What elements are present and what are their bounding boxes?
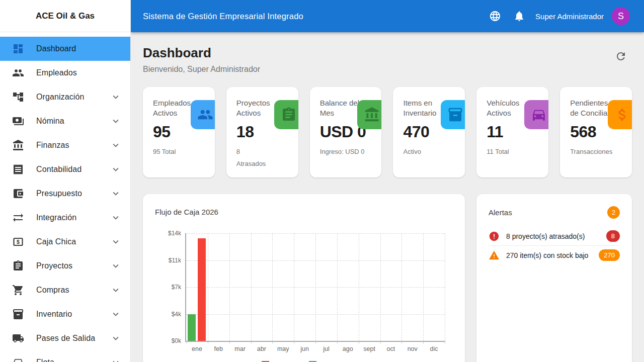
brand-title: ACE Oil & Gas xyxy=(0,0,130,32)
sidebar-item-label: Presupuesto xyxy=(36,189,110,198)
sidebar-nav: Dashboard Empleados Organización Nómina … xyxy=(0,32,130,362)
sidebar-item-label: Flota xyxy=(36,358,110,362)
sidebar-item-integracion[interactable]: Integración xyxy=(0,206,130,230)
x-axis-tick: oct xyxy=(387,345,395,352)
chart-legend: GastoIngreso xyxy=(155,360,453,362)
legend-label: Ingreso xyxy=(320,360,346,362)
stat-card-conciliar: Pendientes de Conciliar 568 Transaccione… xyxy=(560,87,632,177)
people-icon xyxy=(191,100,215,129)
main-content: Dashboard Bienvenido, Super Administrado… xyxy=(131,32,644,362)
cash-box-icon: $ xyxy=(12,236,24,248)
sidebar-item-contabilidad[interactable]: Contabilidad xyxy=(0,157,130,182)
chevron-down-icon xyxy=(110,212,121,223)
warning-triangle-icon xyxy=(489,250,500,261)
chevron-down-icon xyxy=(110,188,121,199)
org-tree-icon xyxy=(12,91,24,103)
sidebar-item-dashboard[interactable]: Dashboard xyxy=(0,37,130,61)
chevron-down-icon xyxy=(110,140,121,151)
sidebar: ACE Oil & Gas Dashboard Empleados Organi… xyxy=(0,0,131,362)
alert-item-stock-bajo[interactable]: 270 item(s) con stock bajo 270 xyxy=(489,246,620,264)
alert-badge: 270 xyxy=(599,249,620,261)
payments-icon xyxy=(12,115,24,127)
alerts-panel: Alertas 2 8 proyecto(s) atrasado(s) 8 27… xyxy=(476,194,632,362)
inventory-box-icon xyxy=(441,100,465,129)
bank-icon xyxy=(357,100,381,129)
sidebar-item-nomina[interactable]: Nómina xyxy=(0,109,130,133)
header-actions: Super Administrador S xyxy=(485,6,630,26)
chevron-down-icon xyxy=(110,92,121,103)
truck-icon xyxy=(12,332,24,344)
car-icon xyxy=(524,100,548,129)
sidebar-item-finanzas[interactable]: Finanzas xyxy=(0,133,130,157)
sidebar-item-label: Proyectos xyxy=(36,261,110,270)
x-axis-tick: feb xyxy=(214,345,223,352)
dollar-icon xyxy=(608,100,632,129)
cashflow-chart-card: Flujo de Caja 2026 $0k$4k$7k$11k$14kenef… xyxy=(143,194,465,362)
sidebar-item-caja-chica[interactable]: $ Caja Chica xyxy=(0,230,130,254)
clipboard-icon xyxy=(274,100,298,129)
language-globe-button[interactable] xyxy=(485,6,505,26)
x-axis-tick: dic xyxy=(430,345,438,352)
chevron-down-icon xyxy=(110,116,121,127)
sidebar-item-label: Nómina xyxy=(36,117,110,126)
car-icon xyxy=(12,356,24,362)
notifications-bell-button[interactable] xyxy=(509,6,529,26)
legend-label: Gasto xyxy=(273,360,293,362)
stat-sub: Ingreso: USD 0 xyxy=(320,146,372,158)
error-circle-icon xyxy=(489,231,500,242)
legend-item-gasto[interactable]: Gasto xyxy=(262,360,293,362)
x-axis-tick: may xyxy=(277,345,289,352)
alert-badge: 8 xyxy=(606,230,620,242)
stat-sub: Transacciones xyxy=(570,146,622,158)
y-axis-tick: $11k xyxy=(169,257,181,264)
chevron-down-icon xyxy=(110,333,121,344)
bar-chart-plot: $0k$4k$7k$11k$14kenefebmarabrmayjunjulag… xyxy=(185,233,445,342)
alert-text: 270 item(s) con stock bajo xyxy=(506,251,592,259)
avatar[interactable]: S xyxy=(612,7,630,25)
x-axis-tick: abr xyxy=(257,345,266,352)
sidebar-item-label: Organización xyxy=(36,93,110,102)
sidebar-item-label: Pases de Salida xyxy=(36,334,110,343)
refresh-button[interactable] xyxy=(611,46,631,66)
alerts-header: Alertas 2 xyxy=(489,206,620,219)
sidebar-item-label: Empleados xyxy=(36,68,121,77)
alerts-count-badge: 2 xyxy=(607,206,620,219)
sidebar-item-compras[interactable]: Compras xyxy=(0,278,130,302)
swap-arrows-icon xyxy=(12,212,24,224)
bar-ingreso-ene xyxy=(188,314,196,341)
sidebar-item-inventario[interactable]: Inventario xyxy=(0,302,130,326)
sidebar-item-label: Compras xyxy=(36,286,110,295)
stat-sub: 95 Total xyxy=(153,146,205,158)
people-icon xyxy=(12,67,24,79)
sidebar-item-label: Finanzas xyxy=(36,141,110,150)
sidebar-item-organizacion[interactable]: Organización xyxy=(0,85,130,109)
sidebar-item-empleados[interactable]: Empleados xyxy=(0,61,130,85)
clipboard-icon xyxy=(12,260,24,272)
sidebar-item-presupuesto[interactable]: Presupuesto xyxy=(0,182,130,206)
y-axis-tick: $7k xyxy=(172,284,181,291)
chart-title: Flujo de Caja 2026 xyxy=(155,207,453,217)
dashboard-icon xyxy=(12,43,24,55)
stat-card-balance: Balance del Mes USD 0 Ingreso: USD 0 xyxy=(310,87,382,177)
page-head: Dashboard Bienvenido, Super Administrado… xyxy=(143,45,632,75)
receipt-icon xyxy=(12,163,24,175)
chevron-down-icon xyxy=(110,357,121,362)
stat-sub: Activo xyxy=(403,146,455,158)
user-name[interactable]: Super Administrador xyxy=(535,12,604,21)
svg-text:$: $ xyxy=(17,239,20,245)
legend-item-ingreso[interactable]: Ingreso xyxy=(309,360,346,362)
sidebar-item-label: Caja Chica xyxy=(36,237,110,246)
sidebar-item-label: Dashboard xyxy=(36,44,121,53)
bottom-row: Flujo de Caja 2026 $0k$4k$7k$11k$14kenef… xyxy=(143,194,632,362)
sidebar-item-flota[interactable]: Flota xyxy=(0,350,130,362)
stat-sub: 11 Total xyxy=(487,146,538,158)
chevron-down-icon xyxy=(110,285,121,296)
sidebar-item-label: Inventario xyxy=(36,310,110,319)
sidebar-item-proyectos[interactable]: Proyectos xyxy=(0,254,130,278)
app-header: Sistema de Gestión Empresarial Integrado… xyxy=(131,0,644,32)
alert-item-proyectos-atrasados[interactable]: 8 proyecto(s) atrasado(s) 8 xyxy=(489,227,620,245)
alerts-title: Alertas xyxy=(489,208,512,218)
page-subtitle: Bienvenido, Super Administrador xyxy=(143,64,260,75)
sidebar-item-pases-de-salida[interactable]: Pases de Salida xyxy=(0,326,130,350)
page-title: Dashboard xyxy=(143,45,260,60)
